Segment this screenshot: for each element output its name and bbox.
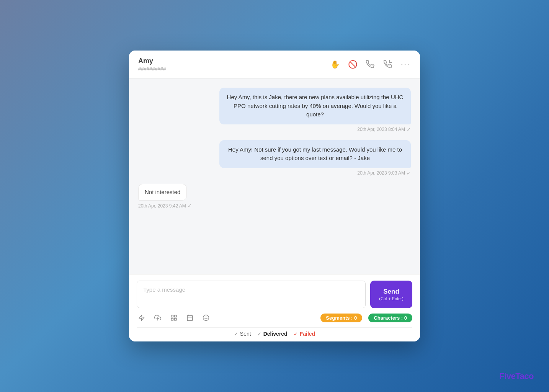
calendar-icon[interactable] — [185, 313, 195, 323]
read-checkmark: ✓ — [188, 203, 192, 209]
chat-header: Amy ########## ✋ 🚫 ··· — [129, 51, 420, 78]
delivered-check-icon: ✓ — [257, 331, 261, 337]
contact-info: Amy ########## — [138, 57, 166, 72]
phone-incoming-icon[interactable] — [382, 59, 393, 70]
read-checkmark: ✓ — [407, 170, 411, 176]
lightning-icon[interactable] — [137, 313, 147, 323]
message-meta: 20th Apr, 2023 8:04 AM ✓ — [357, 127, 411, 132]
message-bubble: Hey Amy, this is Jake, there are new pla… — [219, 88, 411, 124]
message-meta: 20th Apr, 2023 9:42 AM ✓ — [138, 203, 192, 209]
svg-rect-3 — [175, 315, 176, 317]
filter-delivered-label: Delivered — [263, 331, 288, 337]
send-button[interactable]: Send (Ctrl + Enter) — [370, 281, 412, 308]
message-input[interactable] — [137, 281, 366, 308]
filter-failed[interactable]: ✓ Failed — [294, 331, 315, 337]
contact-number: ########## — [138, 66, 166, 72]
block-icon[interactable]: 🚫 — [347, 59, 358, 70]
svg-point-10 — [203, 315, 209, 321]
hand-icon[interactable]: ✋ — [330, 59, 340, 70]
segments-badge: Segments : 0 — [320, 314, 362, 322]
failed-check-icon: ✓ — [294, 331, 298, 337]
message-timestamp: 20th Apr, 2023 8:04 AM — [357, 127, 405, 132]
svg-rect-6 — [187, 315, 193, 321]
branding-accent: Taco — [515, 371, 534, 381]
message-meta: 20th Apr, 2023 9:03 AM ✓ — [357, 170, 411, 176]
svg-rect-5 — [171, 318, 173, 320]
message-timestamp: 20th Apr, 2023 9:03 AM — [357, 170, 405, 176]
send-hint: (Ctrl + Enter) — [379, 296, 403, 301]
message-row: Not interested 20th Apr, 2023 9:42 AM ✓ — [138, 184, 411, 209]
more-icon[interactable]: ··· — [400, 59, 411, 70]
read-checkmark: ✓ — [407, 127, 411, 132]
branding: FiveTaco — [499, 371, 534, 381]
message-bubble: Not interested — [138, 184, 187, 201]
compose-input-row: Send (Ctrl + Enter) — [137, 281, 412, 308]
header-actions: ✋ 🚫 ··· — [330, 59, 411, 70]
toolbar-row: Segments : 0 Characters : 0 — [137, 313, 412, 323]
message-bubble: Hey Amy! Not sure if you got my last mes… — [219, 140, 411, 168]
svg-rect-4 — [175, 318, 176, 320]
send-label: Send — [383, 288, 399, 296]
messages-area: Hey Amy, this is Jake, there are new pla… — [129, 78, 420, 274]
chat-window: Amy ########## ✋ 🚫 ··· Hey Amy, this — [129, 51, 420, 341]
message-timestamp: 20th Apr, 2023 9:42 AM — [138, 203, 186, 209]
message-row: Hey Amy! Not sure if you got my last mes… — [138, 140, 411, 176]
svg-rect-2 — [171, 315, 173, 317]
sent-check-icon: ✓ — [234, 331, 238, 337]
upload-icon[interactable] — [153, 313, 163, 323]
compose-area: Send (Ctrl + Enter) — [129, 274, 420, 341]
message-row: Hey Amy, this is Jake, there are new pla… — [138, 88, 411, 132]
filter-row: ✓ Sent ✓ Delivered ✓ Failed — [137, 327, 412, 337]
svg-marker-0 — [139, 315, 144, 321]
emoji-icon[interactable] — [201, 313, 211, 323]
filter-sent[interactable]: ✓ Sent — [234, 331, 251, 337]
phone-icon[interactable] — [365, 59, 376, 70]
contact-name: Amy — [138, 57, 166, 65]
branding-normal: Five — [499, 371, 515, 381]
characters-badge: Characters : 0 — [368, 314, 412, 322]
header-divider — [172, 57, 172, 72]
filter-delivered[interactable]: ✓ Delivered — [257, 331, 288, 337]
filter-sent-label: Sent — [240, 331, 251, 337]
template-icon[interactable] — [169, 313, 179, 323]
filter-failed-label: Failed — [300, 331, 315, 337]
